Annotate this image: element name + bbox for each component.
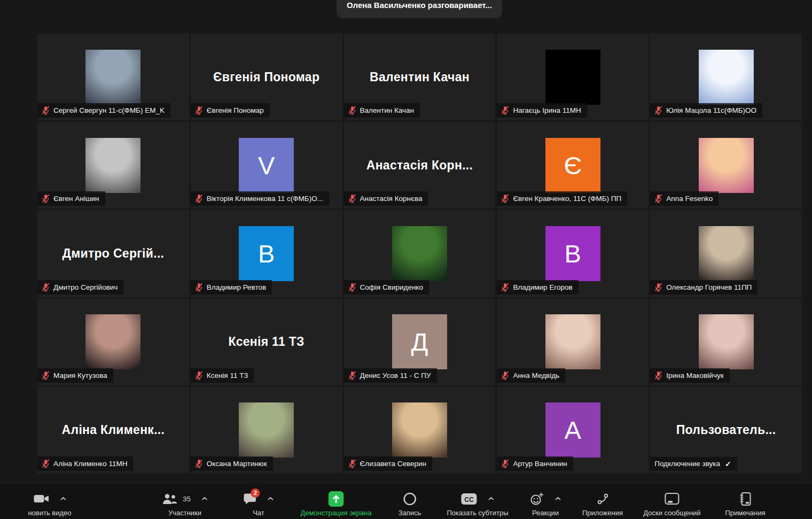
participant-nameplate: Юлія Мацола 11с(ФМБ)ОО	[650, 103, 762, 118]
participant-tile[interactable]: В Владимир Ревтов	[191, 210, 342, 297]
notes-icon[interactable]	[739, 492, 752, 506]
participant-tile[interactable]: Є Євген Кравченко, 11С (ФМБ) ПП	[497, 122, 649, 208]
captions-icon[interactable]: CC	[461, 493, 478, 505]
participant-tile[interactable]: Anna Fesenko	[650, 122, 802, 208]
participant-tile[interactable]: V Вікторія Клименкова 11 с(ФМБ)О...	[191, 122, 342, 208]
chevron-up-icon[interactable]	[201, 497, 208, 501]
participant-tile[interactable]: Оксана Мартинюк	[191, 387, 342, 474]
toolbar-item-whiteboards[interactable]: Доски сообщений	[643, 491, 700, 517]
participant-name-label: Ірина Маковійчук	[666, 371, 723, 379]
toolbar-item-chat[interactable]: 2 Чат	[244, 491, 274, 517]
participant-tile[interactable]: Ірина Маковійчук	[650, 299, 802, 385]
participant-display-name: Пользователь...	[669, 423, 784, 437]
share-screen-icon[interactable]	[329, 491, 344, 507]
participant-nameplate: Євгенія Пономар	[191, 103, 270, 118]
letter-avatar: В	[545, 226, 600, 281]
chevron-up-icon[interactable]	[488, 497, 495, 501]
participants-icon[interactable]	[162, 493, 178, 505]
toolbar-item-reactions[interactable]: Реакции	[530, 491, 561, 517]
toolbar-item-label: новить видео	[28, 509, 71, 517]
toolbar-item-label: Участники	[168, 509, 201, 517]
participant-tile[interactable]: В Владимир Егоров	[497, 210, 649, 297]
participant-name-label: Аліна Клименко 11МН	[53, 460, 127, 468]
muted-mic-icon	[654, 283, 662, 292]
photo-avatar-anime-white-blue	[699, 50, 754, 105]
chevron-up-icon[interactable]	[268, 497, 274, 501]
photo-avatar-mirror-selfie	[392, 402, 447, 458]
participant-display-name: Дмитро Сергій...	[54, 246, 171, 261]
muted-mic-icon	[42, 106, 50, 115]
photo-avatar-grey-portrait	[85, 138, 140, 193]
participant-name-label: Сергей Свергун 11-с(ФМБ) EM_K	[53, 106, 165, 114]
toolbar-item-label: Демонстрация экрана	[301, 509, 372, 517]
participant-nameplate: Ірина Маковійчук	[650, 368, 729, 383]
whiteboards-icon[interactable]	[665, 492, 680, 506]
participant-nameplate: Єлизавета Северин	[344, 456, 432, 471]
participant-tile[interactable]: Євгенія Пономар Євгенія Пономар	[191, 34, 342, 120]
participant-tile[interactable]: Анастасія Корн... Анастасія Корнєва	[344, 122, 496, 208]
toolbar-item-stop-video[interactable]: новить видео	[28, 491, 71, 517]
reactions-icon[interactable]	[530, 492, 544, 506]
participant-name-label: Євген Кравченко, 11С (ФМБ) ПП	[513, 195, 621, 203]
toolbar-item-captions[interactable]: CC Показать субтитры	[447, 491, 508, 517]
toolbar-item-share-screen[interactable]: Демонстрация экрана	[301, 491, 372, 517]
participant-nameplate: Владимир Ревтов	[191, 280, 272, 295]
participant-name-label: Анна Медвідь	[513, 371, 559, 379]
stop-video-icon[interactable]	[33, 493, 49, 504]
photo-avatar-black-screen	[545, 50, 600, 105]
toolbar-item-record[interactable]: Запись	[399, 491, 421, 517]
participant-tile[interactable]: Мария Кутузова	[37, 299, 189, 385]
participant-tile[interactable]: Валентин Качан Валентин Качан	[344, 34, 496, 120]
participant-name-label: Вікторія Клименкова 11 с(ФМБ)О...	[207, 195, 323, 203]
participant-tile[interactable]: А Артур Ванчинин	[497, 387, 649, 474]
participant-tile[interactable]: Дмитро Сергій... Дмитро Сергійович	[37, 210, 189, 297]
toolbar-item-label: Запись	[399, 509, 421, 517]
photo-avatar-outdoor-portrait	[239, 402, 294, 458]
toolbar-item-label: Показать субтитры	[447, 509, 508, 517]
photo-avatar-dark-hair-selfie	[85, 314, 140, 369]
participant-tile[interactable]: Євген Анішин	[37, 122, 189, 208]
muted-mic-icon	[195, 283, 203, 292]
participant-tile[interactable]: Юлія Мацола 11с(ФМБ)ОО	[650, 34, 802, 120]
participant-nameplate: Денис Усов 11 - С ПУ	[344, 368, 437, 383]
apps-icon[interactable]	[596, 492, 610, 506]
muted-mic-icon	[195, 194, 203, 203]
participant-tile[interactable]: Софія Свириденко	[344, 210, 496, 297]
photo-avatar-anime-colorful	[699, 138, 754, 193]
participant-nameplate: Подключение звука✓	[650, 457, 737, 471]
muted-mic-icon	[348, 194, 356, 203]
participant-tile[interactable]: Ксенія 11 ТЗ Ксенія 11 ТЗ	[191, 299, 342, 385]
muted-mic-icon	[42, 371, 50, 380]
chevron-up-icon[interactable]	[555, 497, 561, 501]
participant-tile[interactable]: Анна Медвідь	[497, 299, 649, 385]
participant-nameplate: Сергей Свергун 11-с(ФМБ) EM_K	[37, 103, 170, 118]
muted-mic-icon	[501, 371, 509, 380]
toolbar-item-apps[interactable]: Приложения	[582, 491, 623, 517]
participant-display-name: Валентин Качан	[362, 70, 477, 84]
participant-name-label: Подключение звука	[654, 460, 720, 468]
participant-nameplate: Нагаєць Ірина 11МН	[497, 103, 587, 118]
letter-avatar: А	[545, 402, 600, 458]
participant-tile[interactable]: Сергей Свергун 11-с(ФМБ) EM_K	[37, 34, 189, 120]
participant-tile[interactable]: Єлизавета Северин	[344, 387, 496, 474]
participant-name-label: Софія Свириденко	[360, 283, 423, 291]
speaking-notification-text: Олена Васильченко разговаривает...	[347, 1, 492, 10]
muted-mic-icon	[42, 194, 50, 203]
toolbar-item-notes[interactable]: Примечания	[725, 491, 765, 517]
participant-name-label: Денис Усов 11 - С ПУ	[360, 371, 431, 379]
participant-name-label: Олександр Горячев 11ПП	[666, 283, 752, 291]
record-icon[interactable]	[403, 492, 417, 506]
participant-tile[interactable]: Пользователь... Подключение звука✓	[650, 387, 802, 474]
participant-tile[interactable]: Нагаєць Ірина 11МН	[497, 34, 649, 120]
toolbar-item-participants[interactable]: 35 Участники	[162, 491, 208, 517]
participant-nameplate: Анастасія Корнєва	[344, 191, 428, 206]
chevron-up-icon[interactable]	[60, 497, 66, 501]
muted-mic-icon	[195, 459, 203, 468]
participant-tile[interactable]: Аліна Клименк... Аліна Клименко 11МН	[37, 387, 189, 474]
toolbar-item-label: Чат	[253, 509, 264, 517]
chat-icon[interactable]: 2	[244, 493, 257, 505]
participant-nameplate: Вікторія Клименкова 11 с(ФМБ)О...	[191, 191, 329, 206]
participant-tile[interactable]: Д Денис Усов 11 - С ПУ	[344, 299, 496, 385]
participant-nameplate: Артур Ванчинин	[497, 456, 573, 471]
participant-tile[interactable]: Олександр Горячев 11ПП	[650, 210, 802, 297]
